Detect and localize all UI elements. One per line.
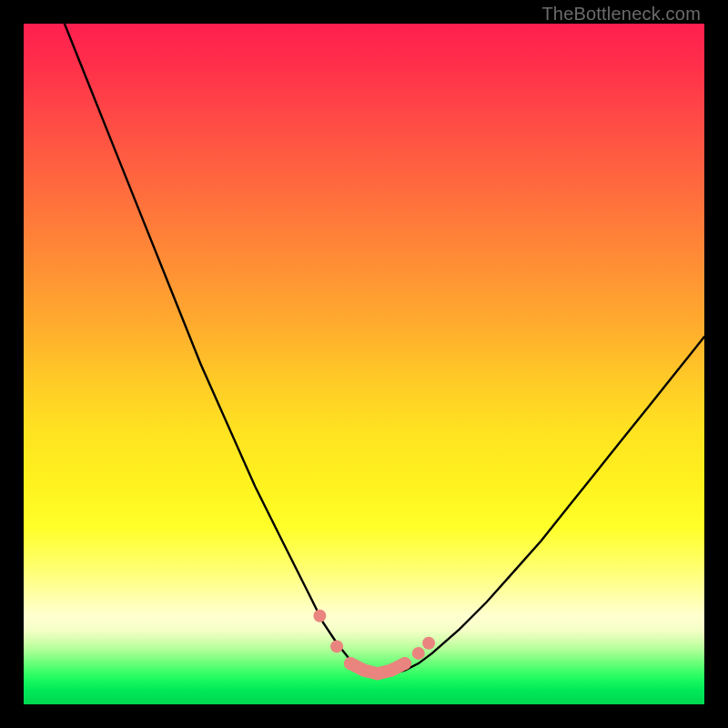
marker-dot — [358, 664, 370, 677]
bottleneck-curve — [65, 24, 704, 673]
marker-dot — [371, 667, 384, 680]
outer-frame: TheBottleneck.com — [0, 0, 728, 728]
marker-dot — [385, 664, 398, 677]
marker-dot — [344, 657, 357, 670]
marker-dot — [399, 657, 411, 670]
marker-dot — [330, 640, 343, 652]
chart-svg — [24, 24, 704, 704]
marker-dot — [412, 647, 425, 660]
marker-dot — [422, 637, 435, 650]
plot-area — [24, 24, 704, 704]
attribution-label: TheBottleneck.com — [541, 4, 701, 25]
marker-dots — [313, 610, 435, 681]
marker-dot — [313, 610, 326, 622]
